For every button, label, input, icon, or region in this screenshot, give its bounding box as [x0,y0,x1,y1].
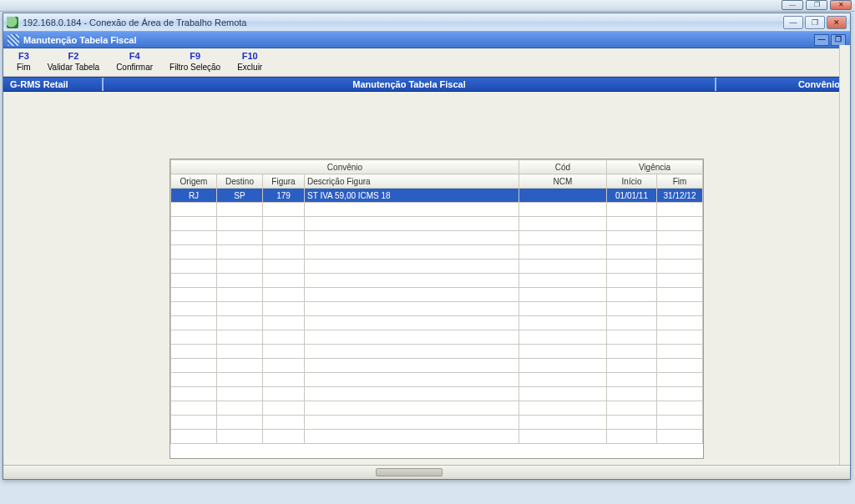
rdp-titlebar[interactable]: 192.168.0.184 - Conexão de Área de Traba… [3,13,850,32]
rdp-close-button[interactable]: ✕ [827,16,847,29]
fkey-toolbar: F3 Fim F2 Validar Tabela F4 Confirmar F9… [3,48,850,77]
app-title: Manutenção Tabela Fiscal [23,35,137,45]
cell-destino[interactable]: SP [217,189,263,203]
rdp-title: 192.168.0.184 - Conexão de Área de Traba… [23,18,246,28]
fkey-key: F2 [68,51,78,61]
fkey-label: Confirmar [116,63,153,72]
horizontal-scrollbar[interactable] [3,465,850,479]
cell-origem[interactable]: RJ [171,189,217,203]
col-figura[interactable]: Figura [263,174,305,189]
section-mid: Manutenção Tabela Fiscal [104,78,716,91]
os-maximize-button[interactable]: ❐ [806,0,827,10]
cell-inicio[interactable]: 01/01/11 [607,189,657,203]
table-row[interactable] [171,231,703,245]
table-row[interactable] [171,274,703,288]
table-row[interactable] [171,416,703,430]
group-header-vigencia: Vigência [607,160,703,174]
table-row[interactable] [171,373,703,387]
table-row[interactable]: RJ SP 179 ST IVA 59,00 ICMS 18 01/01/11 … [171,189,703,203]
table-row[interactable] [171,288,703,302]
os-minimize-button[interactable]: — [782,0,803,10]
table-row[interactable] [171,260,703,274]
col-destino[interactable]: Destino [217,174,263,189]
cell-ncm[interactable] [519,189,607,203]
fkey-f3[interactable]: F3 Fim [8,51,39,76]
rdp-window: 192.168.0.184 - Conexão de Área de Traba… [3,13,851,480]
group-header-convenio: Convênio [171,160,519,174]
fkey-key: F4 [129,51,140,61]
section-bar: G-RMS Retail Manutenção Tabela Fiscal Co… [3,77,850,92]
fkey-label: Filtro Seleção [169,63,220,72]
rdp-minimize-button[interactable]: — [783,16,803,29]
table-row[interactable] [171,430,703,444]
table-row[interactable] [171,302,703,316]
table-row[interactable] [171,245,703,260]
col-descricao[interactable]: Descrição Figura [305,174,519,189]
right-scroll-gutter [839,45,850,465]
col-origem[interactable]: Origem [171,174,217,189]
rdp-icon [7,17,18,28]
fkey-label: Fim [17,63,31,72]
fkey-key: F9 [190,51,200,61]
fkey-key: F10 [242,51,258,61]
fkey-f2[interactable]: F2 Validar Tabela [39,51,108,76]
app-icon [8,34,19,46]
fkey-f4[interactable]: F4 Confirmar [108,51,161,76]
fkey-f9[interactable]: F9 Filtro Seleção [161,51,229,76]
table-row[interactable] [171,345,703,359]
table-row[interactable] [171,330,703,345]
fkey-key: F3 [18,51,29,61]
grid-body: RJ SP 179 ST IVA 59,00 ICMS 18 01/01/11 … [171,189,703,444]
fkey-f10[interactable]: F10 Excluir [229,51,271,76]
col-fim[interactable]: Fim [657,174,703,189]
table-row[interactable] [171,387,703,401]
fkey-label: Validar Tabela [48,63,99,72]
table-row[interactable] [171,359,703,373]
workspace: Convênio Cód Vigência Origem Destino Fig… [7,92,847,459]
cell-figura[interactable]: 179 [263,189,305,203]
os-top-chrome: — ❐ ✕ [0,0,855,12]
section-right: Convênio [716,78,850,91]
app-titlebar[interactable]: Manutenção Tabela Fiscal — ❐ [3,32,850,48]
table-row[interactable] [171,401,703,416]
data-grid[interactable]: Convênio Cód Vigência Origem Destino Fig… [170,159,703,444]
fkey-label: Excluir [237,63,262,72]
col-inicio[interactable]: Início [607,174,657,189]
table-row[interactable] [171,316,703,330]
col-ncm[interactable]: NCM [519,174,607,189]
rdp-maximize-button[interactable]: ❐ [805,16,825,29]
cell-descricao[interactable]: ST IVA 59,00 ICMS 18 [305,189,519,203]
app-restore-button[interactable]: ❐ [831,34,846,46]
cell-fim[interactable]: 31/12/12 [657,189,703,203]
group-header-cod: Cód [519,160,607,174]
app-minimize-button[interactable]: — [814,34,829,46]
table-row[interactable] [171,217,703,231]
grid-container: Convênio Cód Vigência Origem Destino Fig… [169,159,704,459]
section-left: G-RMS Retail [3,78,104,91]
table-row[interactable] [171,203,703,217]
os-close-button[interactable]: ✕ [830,0,852,10]
scrollbar-thumb[interactable] [376,468,443,476]
